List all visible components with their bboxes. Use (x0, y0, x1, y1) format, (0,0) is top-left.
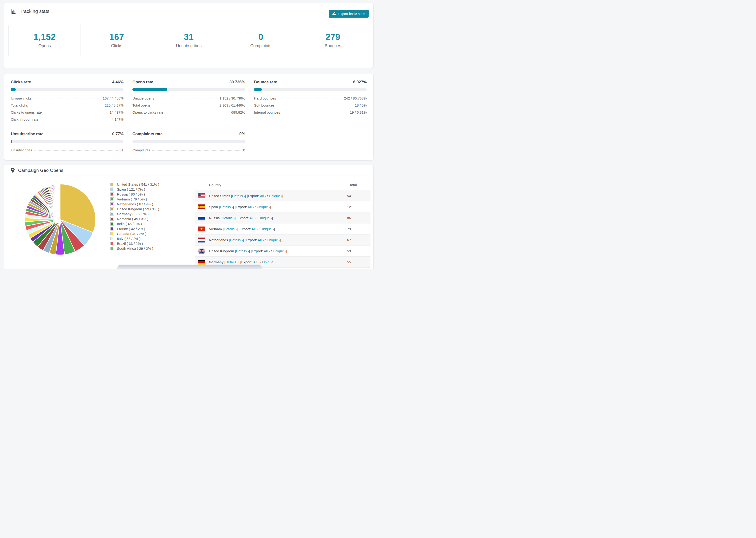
rate-row-label: Opens to clicks rate (133, 110, 163, 114)
details-link[interactable]: Details › (225, 260, 238, 264)
rate-row-label: Soft bounces (254, 103, 275, 107)
rate-value: 0% (239, 132, 245, 136)
export-all-link[interactable]: All › (253, 260, 259, 264)
rate-row-label: Clicks to opens rate (11, 110, 42, 114)
total-cell: 55 (347, 260, 351, 264)
country-cell: United States [Details ›] [Export: All ›… (209, 194, 283, 198)
export-all-link[interactable]: All › (251, 227, 257, 231)
map-pin-icon (11, 168, 15, 173)
legend-swatch (110, 242, 114, 245)
rate-value: 30.736% (229, 80, 245, 84)
export-all-link[interactable]: All › (264, 249, 270, 253)
rate-row-label: Unique clicks (11, 96, 31, 100)
rate-detail-row: Unsubscribes31 (11, 148, 124, 152)
rate-row-label: Click through rate (11, 117, 38, 121)
tracking-stats-title: Tracking stats (20, 9, 50, 14)
dotted-leader (152, 150, 242, 151)
export-unique-link[interactable]: Unique › (261, 227, 274, 231)
export-unique-link[interactable]: Unique › (273, 249, 286, 253)
rate-detail-row: Unique opens1,152 / 30.736% (133, 96, 245, 100)
details-link[interactable]: Details › (232, 194, 245, 198)
stat-complaints: 0Complaints (225, 24, 297, 57)
nl-flag-icon (198, 238, 205, 242)
details-link[interactable]: Details › (220, 205, 233, 209)
export-all-link[interactable]: All › (260, 194, 266, 198)
stat-label: Clicks (111, 43, 122, 48)
export-all-link[interactable]: All › (248, 205, 254, 209)
rate-title: Unsubscribe rate (11, 132, 43, 136)
legend-swatch (110, 212, 114, 216)
rate-row-label: Unique opens (133, 96, 154, 100)
rate-block-complaints-rate: Complaints rate0%Complaints0 (133, 132, 245, 152)
rate-row-value: 31 (120, 148, 124, 152)
progress-track (11, 88, 124, 91)
horizontal-scrollbar[interactable] (118, 265, 261, 269)
export-all-link[interactable]: All › (249, 216, 256, 220)
geo-table-row-gb: United Kingdom [Details ›] [Export: All … (195, 245, 370, 256)
progress-track (133, 140, 245, 143)
legend-label: Russia ( 86 / 5% ) (117, 192, 145, 196)
country-cell: Russia [Details ›] [Export: All › / Uniq… (209, 216, 273, 220)
campaign-geo-opens-card: Campaign Geo Opens United States ( 541 /… (4, 165, 374, 269)
stat-label: Bounces (325, 43, 341, 48)
rate-block-bounce-rate: Bounce rate6.927%Hard bounces242 / 86.73… (254, 80, 367, 121)
rate-row-label: Total clicks (11, 103, 28, 107)
details-link[interactable]: Details › (222, 216, 235, 220)
total-cell: 86 (347, 216, 351, 220)
tracking-stats-card: Tracking stats Export basic stats 1,152O… (4, 3, 374, 68)
vn-flag-icon (198, 227, 205, 232)
rate-block-unsubscribe-rate: Unsubscribe rate0.77%Unsubscribes31 (11, 132, 124, 152)
country-cell: Spain [Details ›] [Export: All › / Uniqu… (209, 205, 271, 209)
country-cell: Netherlands [Details ›] [Export: All › /… (209, 238, 281, 242)
legend-swatch (110, 192, 114, 196)
stat-value: 31 (184, 32, 194, 41)
legend-item-fr: France ( 42 / 2% ) (110, 226, 159, 231)
rate-title: Complaints rate (133, 132, 162, 136)
rate-row-value: 19 / 6.81% (350, 110, 367, 114)
rate-title: Opens rate (133, 80, 153, 84)
stat-clicks: 167Clicks (81, 24, 153, 57)
details-link[interactable]: Details › (236, 249, 249, 253)
geo-body: United States ( 541 / 31% )Spain ( 121 /… (4, 176, 373, 269)
total-cell: 121 (347, 205, 353, 209)
geo-header: Campaign Geo Opens (4, 165, 373, 176)
rate-detail-row: Total clicks220 / 5.87% (11, 103, 124, 107)
rate-title: Clicks rate (11, 80, 31, 84)
stat-unsubscribes: 31Unsubscribes (153, 24, 225, 57)
export-unique-link[interactable]: Unique › (257, 205, 270, 209)
rate-value: 4.46% (112, 80, 124, 84)
details-link[interactable]: Details › (224, 227, 237, 231)
export-unique-link[interactable]: Unique › (258, 216, 272, 220)
total-cell: 541 (347, 194, 353, 198)
legend-label: United Kingdom ( 59 / 3% ) (117, 207, 159, 211)
dotted-leader (34, 150, 118, 151)
export-unique-link[interactable]: Unique › (269, 194, 282, 198)
progress-fill (254, 88, 262, 91)
rate-detail-row: Hard bounces242 / 86.738% (254, 96, 367, 100)
legend-item-nl: Netherlands ( 67 / 4% ) (110, 202, 159, 207)
rate-row-value: 0 (243, 148, 245, 152)
stat-label: Opens (38, 43, 51, 48)
geo-title: Campaign Geo Opens (18, 168, 63, 173)
export-all-link[interactable]: All › (258, 238, 264, 242)
export-basic-stats-button[interactable]: Export basic stats (329, 10, 369, 18)
rate-detail-row: Opens to clicks rate689.82% (133, 110, 245, 114)
legend-label: Brazil ( 33 / 2% ) (117, 242, 143, 245)
stat-value: 0 (258, 32, 263, 41)
export-unique-link[interactable]: Unique › (267, 238, 280, 242)
rate-row-label: Hard bounces (254, 96, 276, 100)
legend-item-de: Germany ( 55 / 3% ) (110, 211, 159, 216)
details-link[interactable]: Details › (230, 238, 243, 242)
export-unique-link[interactable]: Unique › (262, 260, 276, 264)
rate-row-value: 689.82% (231, 110, 245, 114)
total-cell: 59 (347, 249, 351, 253)
progress-fill (11, 140, 12, 143)
dotted-leader (277, 106, 353, 106)
legend-label: Italy ( 36 / 2% ) (117, 237, 141, 241)
rates-card: Clicks rate4.46%Unique clicks167 / 4.456… (4, 73, 374, 161)
legend-label: Germany ( 55 / 3% ) (117, 212, 149, 216)
legend-swatch (110, 237, 114, 241)
progress-track (133, 88, 245, 91)
legend-item-gb: United Kingdom ( 59 / 3% ) (110, 207, 159, 211)
legend-swatch (110, 202, 114, 206)
